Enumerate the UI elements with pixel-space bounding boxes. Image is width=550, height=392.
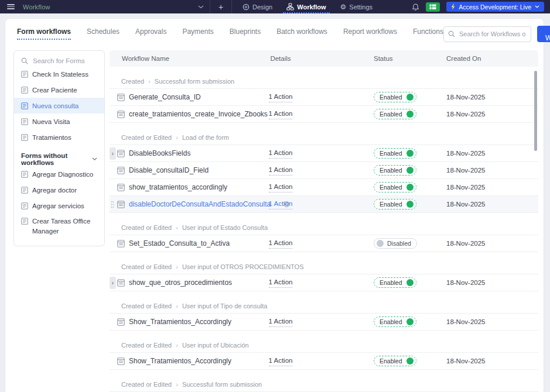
chevron-down-icon [535, 5, 539, 8]
app-window: Workflow + Design Workflow ⚙ [0, 0, 550, 392]
workflow-doc-icon [117, 94, 125, 101]
workflow-name[interactable]: Show_Tratamientos_Accordingly [129, 357, 231, 365]
status-toggle[interactable]: Enabled [374, 92, 416, 102]
sidebar-item-agregar-doctor[interactable]: Agregar doctor [14, 182, 104, 198]
workflow-doc-icon [117, 240, 125, 247]
workflow-name[interactable]: show_que_otros_procedimientos [129, 278, 232, 287]
table-row[interactable]: Generate_Consulta_ID 1 Action Enabled 18… [110, 88, 538, 105]
app-switcher[interactable]: Workflow [0, 0, 210, 13]
status-toggle[interactable]: Enabled [374, 277, 416, 288]
chevron-down-icon [92, 157, 97, 161]
divider [231, 0, 232, 13]
hamburger-menu-icon[interactable] [7, 4, 15, 9]
created-date: 18-Nov-2025 [430, 279, 538, 286]
table-scrollbar[interactable] [534, 71, 537, 151]
expand-row-button[interactable]: › [110, 147, 116, 160]
action-count-link[interactable]: 1 Action [269, 200, 293, 209]
workflow-name[interactable]: DisableBooksFields [129, 149, 190, 157]
workflow-name[interactable]: Set_Estado_Consulta_to_Activa [129, 239, 230, 247]
toggle-dot [406, 94, 414, 101]
workflow-name[interactable]: Show_Tratamientos_Accordingly [129, 318, 231, 326]
nav-tab-design[interactable]: Design [235, 0, 279, 13]
table-row[interactable]: Show_Tratamientos_Accordingly 1 Action E… [110, 313, 538, 330]
action-count-link[interactable]: 1 Action [269, 357, 293, 366]
action-count-link[interactable]: 1 Action [269, 166, 293, 176]
table-row[interactable]: › DisableBooksFields 1 Action Enabled 18… [110, 145, 538, 161]
nav-tab-workflow[interactable]: Workflow [279, 0, 333, 13]
workflow-name[interactable]: Generate_Consulta_ID [129, 93, 201, 101]
table-row[interactable]: Disable_consultaID_Field 1 Action Enable… [110, 161, 538, 178]
tab-blueprints[interactable]: Blueprints [230, 27, 261, 41]
status-toggle[interactable]: Enabled [374, 182, 416, 192]
form-icon [21, 171, 28, 178]
column-created-on: Created On [430, 55, 538, 62]
nav-tab-settings[interactable]: ⚙ Settings [333, 0, 380, 13]
action-count-link[interactable]: 1 Action [269, 110, 293, 119]
forms-with-workflows-list: Check In Stateless Crear Paciente Nueva … [14, 71, 104, 145]
drag-handle-icon[interactable] [111, 201, 114, 208]
action-count-link[interactable]: 1 Action [269, 93, 293, 102]
created-date: 18-Nov-2025 [430, 201, 538, 208]
workflow-group: Created›Successful form submission Gener… [110, 67, 538, 123]
status-toggle[interactable]: Enabled [374, 317, 416, 327]
table-row[interactable]: › show_que_otros_procedimientos 1 Action… [110, 274, 538, 291]
sidebar-item-nueva-visita[interactable]: Nueva Visita [14, 114, 104, 129]
new-tab-button[interactable]: + [210, 0, 231, 13]
status-toggle[interactable]: Enabled [374, 148, 416, 159]
tab-list: Form workflows Schedules Approvals Payme… [17, 27, 443, 41]
table-row[interactable]: Set_Estado_Consulta_to_Activa 1 Action D… [110, 235, 538, 252]
action-count-link[interactable]: 1 Action [269, 318, 293, 327]
tab-form-workflows[interactable]: Form workflows [17, 27, 71, 41]
tab-schedules[interactable]: Schedules [87, 27, 119, 41]
tab-report-workflows[interactable]: Report workflows [343, 27, 397, 41]
workflow-group: Created or Edited›Load of the form › Dis… [110, 123, 538, 213]
sidebar-item-agregar-diagnostico[interactable]: Agregar Diagnostico [14, 166, 104, 182]
chevron-right-icon: › [176, 381, 178, 388]
action-count-link[interactable]: 1 Action [269, 183, 293, 192]
app-name-label: Workflow [23, 4, 50, 11]
table-row[interactable]: show_tratamientos_accordingly 1 Action E… [110, 178, 538, 195]
table-row[interactable]: create_tratamientos_create_Invoice_Zbook… [110, 105, 538, 122]
tab-payments[interactable]: Payments [182, 27, 213, 41]
action-count-link[interactable]: 1 Action [269, 278, 293, 288]
workflow-tabbar: Form workflows Schedules Approvals Payme… [5, 19, 544, 47]
created-date: 18-Nov-2025 [430, 167, 538, 174]
workflow-name[interactable]: create_tratamientos_create_Invoice_Zbook… [129, 110, 268, 118]
workflow-doc-icon [117, 111, 125, 118]
table-row[interactable]: Show_Tratamientos_Accordingly 1 Action E… [110, 352, 538, 369]
notification-bell-icon[interactable] [412, 3, 419, 11]
tab-functions[interactable]: Functions [413, 27, 443, 41]
tab-approvals[interactable]: Approvals [135, 27, 166, 41]
tab-batch-workflows[interactable]: Batch workflows [276, 27, 327, 41]
chevron-right-icon: › [176, 134, 178, 141]
sidebar-item-crear-tareas-office-manager[interactable]: Crear Tareas Office Manager [14, 214, 104, 240]
sidebar-item-crear-paciente[interactable]: Crear Paciente [14, 82, 104, 98]
sidebar-item-check-in-stateless[interactable]: Check In Stateless [14, 71, 104, 82]
workflow-name[interactable]: Disable_consultaID_Field [129, 166, 209, 174]
toggle-dot [406, 150, 414, 157]
group-header: Created or Edited›Successful form submis… [110, 370, 538, 391]
new-workflow-button[interactable]: New Workflow [537, 26, 550, 42]
status-toggle[interactable]: Disabled [374, 238, 417, 249]
sidebar-item-tratamientos[interactable]: Tratamientos [14, 129, 104, 145]
action-count-link[interactable]: 1 Action [269, 149, 293, 159]
workflow-name[interactable]: show_tratamientos_accordingly [129, 183, 227, 191]
group-header: Created or Edited›User input of OTROS PR… [110, 252, 538, 274]
apps-grid-button[interactable] [426, 2, 440, 12]
sidebar-item-agregar-servicios[interactable]: Agregar servicios [14, 198, 104, 214]
table-row-selected[interactable]: disableDoctorDeConsultaAndEstadoConsulta… [110, 195, 538, 212]
status-toggle[interactable]: Enabled [374, 199, 416, 209]
search-forms-input[interactable] [33, 57, 97, 64]
expand-row-button[interactable]: › [110, 277, 116, 289]
settings-gear-icon: ⚙ [340, 3, 347, 11]
action-count-link[interactable]: 1 Action [269, 239, 293, 249]
sidebar-item-nueva-consulta[interactable]: Nueva consulta [14, 98, 104, 114]
status-toggle[interactable]: Enabled [374, 165, 416, 176]
search-workflows-input[interactable] [443, 26, 531, 42]
chevron-down-icon[interactable] [198, 5, 204, 9]
workflow-group: Created or Edited›User input of Estado C… [110, 213, 538, 252]
status-toggle[interactable]: Enabled [374, 109, 416, 119]
environment-button[interactable]: Access Development: Live [446, 2, 544, 12]
forms-without-workflows-header[interactable]: Forms without workflows [14, 152, 104, 166]
status-toggle[interactable]: Enabled [374, 356, 416, 366]
